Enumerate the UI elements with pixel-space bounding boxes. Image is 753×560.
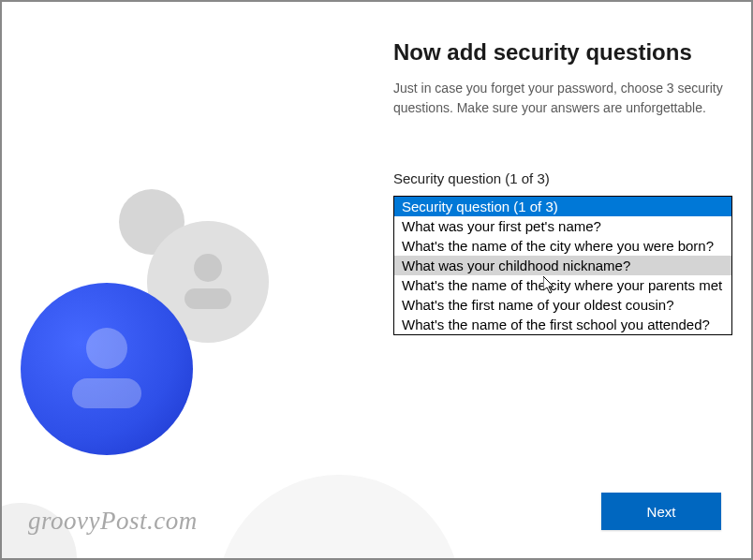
illustration-area — [2, 2, 376, 560]
avatar-primary — [21, 283, 193, 455]
next-button[interactable]: Next — [601, 493, 721, 530]
dropdown-option[interactable]: What's the name of the first school you … — [394, 315, 731, 334]
page-title: Now add security questions — [393, 39, 731, 66]
dropdown-option[interactable]: What's the name of the city where you we… — [394, 236, 731, 256]
dropdown-option[interactable]: What's the first name of your oldest cou… — [394, 295, 731, 315]
dropdown-option[interactable]: What's the name of the city where your p… — [394, 275, 731, 295]
person-icon — [185, 288, 231, 309]
security-question-dropdown[interactable]: Security question (1 of 3)What was your … — [393, 196, 732, 335]
decorative-circle — [217, 475, 461, 560]
dropdown-option[interactable]: Security question (1 of 3) — [394, 197, 731, 216]
watermark: groovyPost.com — [28, 507, 198, 536]
field-label: Security question (1 of 3) — [393, 170, 731, 186]
content-area: Now add security questions Just in case … — [393, 39, 731, 335]
person-icon — [194, 254, 222, 282]
person-icon — [86, 328, 127, 369]
dropdown-option[interactable]: What was your first pet's name? — [394, 216, 731, 236]
dropdown-option[interactable]: What was your childhood nickname? — [394, 256, 731, 275]
person-icon — [72, 378, 141, 408]
page-subtitle: Just in case you forget your password, c… — [393, 79, 731, 118]
